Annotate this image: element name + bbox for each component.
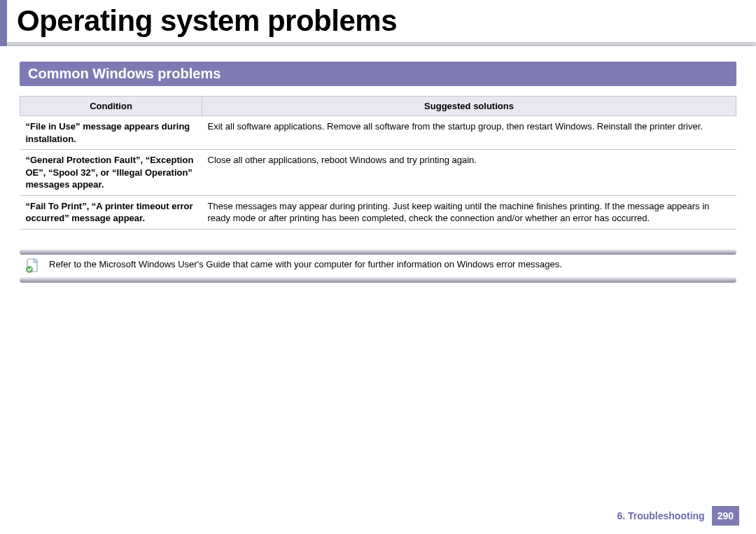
note-body: Refer to the Microsoft Windows User's Gu…	[20, 255, 736, 277]
table-header-row: Condition Suggested solutions	[20, 97, 736, 116]
col-header-condition: Condition	[20, 97, 202, 116]
footer-chapter: 6. Troubleshooting	[617, 510, 704, 521]
note-text: Refer to the Microsoft Windows User's Gu…	[49, 258, 562, 271]
col-header-solutions: Suggested solutions	[202, 97, 736, 116]
note-block: Refer to the Microsoft Windows User's Gu…	[20, 249, 736, 283]
title-underline	[7, 42, 756, 46]
section-heading: Common Windows problems	[20, 62, 736, 86]
note-top-bar	[20, 249, 736, 255]
note-bottom-bar	[20, 277, 736, 283]
page-title: Operating system problems	[7, 6, 756, 36]
cell-solution: Exit all software applications. Remove a…	[202, 116, 736, 150]
table-row: “Fail To Print”, “A printer timeout erro…	[20, 195, 736, 229]
problems-table: Condition Suggested solutions “File in U…	[20, 96, 736, 230]
content-area: Common Windows problems Condition Sugges…	[0, 46, 756, 283]
page-title-block: Operating system problems	[0, 0, 756, 46]
page-footer: 6. Troubleshooting 290	[0, 506, 756, 526]
cell-solution: Close all other applications, reboot Win…	[202, 150, 736, 196]
cell-condition: “Fail To Print”, “A printer timeout erro…	[20, 195, 202, 229]
table-row: “File in Use” message appears during ins…	[20, 116, 736, 150]
footer-page-number: 290	[712, 506, 739, 526]
cell-solution: These messages may appear during printin…	[202, 195, 736, 229]
table-row: “General Protection Fault”, “Exception O…	[20, 150, 736, 196]
cell-condition: “File in Use” message appears during ins…	[20, 116, 202, 150]
note-page-icon	[24, 258, 42, 274]
cell-condition: “General Protection Fault”, “Exception O…	[20, 150, 202, 196]
